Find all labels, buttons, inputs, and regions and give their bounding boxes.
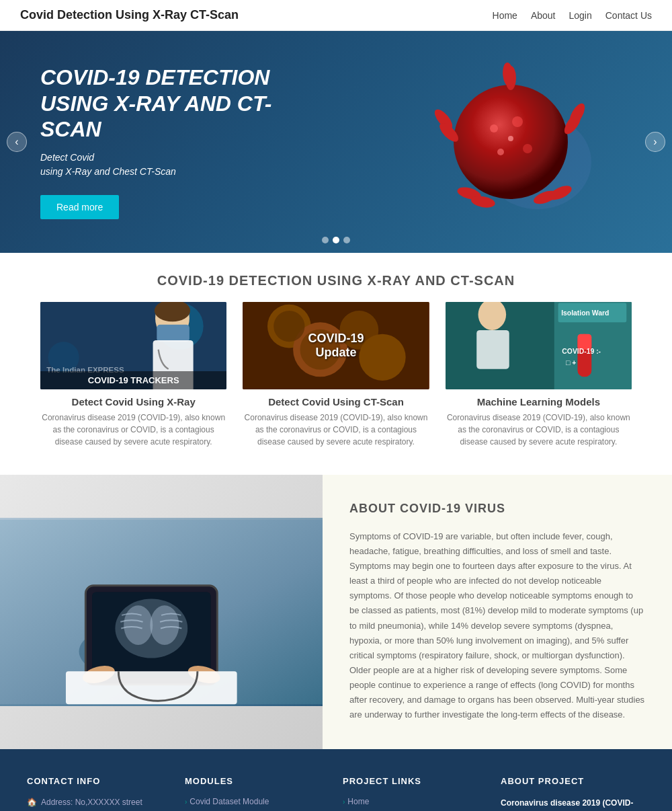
footer-contact-title: CONTACT INFO [27,776,171,786]
footer-address: 🏠 Address: No,XXXXXX street [27,797,171,808]
footer-grid: CONTACT INFO 🏠 Address: No,XXXXXX street… [0,776,672,811]
card-ctscan: COVID-19Update Detect Covid Using CT-Sca… [243,302,429,448]
nav-login[interactable]: Login [569,10,591,21]
about-image [0,475,323,749]
svg-point-48 [124,605,153,645]
card-xray-overlay: COVID-19 TRACKERS [40,371,226,389]
svg-text:COVID-19 :-: COVID-19 :- [562,348,601,355]
footer-modules-title: MODULES [185,776,329,786]
card-ctscan-image: COVID-19Update [243,302,429,389]
svg-rect-22 [157,325,190,342]
navbar: Covid Detection Using X-Ray CT-Scan Home… [0,0,672,31]
hero-prev-arrow[interactable]: ‹ [7,132,27,152]
card-xray-desc: Coronavirus disease 2019 (COVID-19), als… [40,412,226,448]
hero-subtitle: Detect Covid using X-Ray and Chest CT-Sc… [40,151,632,179]
navbar-links: Home About Login Contact Us [493,10,652,21]
footer-about-project-text: Coronavirus disease 2019 (COVID-19), als… [501,797,645,811]
card-ml-desc: Coronavirus disease 2019 (COVID-19), als… [446,412,632,448]
svg-rect-41 [476,330,509,369]
svg-point-49 [150,605,179,645]
hero-next-arrow[interactable]: › [645,132,665,152]
detection-section-title: COVID-19 DETECTION USING X-RAY AND CT-SC… [0,253,672,302]
svg-text:Isolation Ward: Isolation Ward [561,309,609,317]
footer-about-project-col: ABOUT PROJECT Coronavirus disease 2019 (… [501,776,645,811]
footer-links-col: PROJECT LINKS › Home › About Us › Contac… [343,776,487,811]
about-content: ABOUT COVID-19 VIRUS Symptoms of COVID-1… [323,475,672,749]
hero-read-more-button[interactable]: Read more [40,195,119,219]
nav-contact[interactable]: Contact Us [605,10,652,21]
home-icon: 🏠 [27,797,37,808]
about-illustration [0,518,323,706]
card-ctscan-desc: Coronavirus disease 2019 (COVID-19), als… [243,412,429,448]
chevron-icon: › [185,798,187,806]
card-xray-image: The Indian EXPRESS COVID-19 TRACKERS [40,302,226,389]
about-text: Symptoms of COVID-19 are variable, but o… [349,529,645,722]
svg-text:□ +: □ + [566,359,576,366]
footer-link-home[interactable]: › Home [343,797,487,806]
card-ml-image: Isolation Ward COVID-19 :- □ + [446,302,632,389]
about-section: ABOUT COVID-19 VIRUS Symptoms of COVID-1… [0,475,672,749]
about-heading: ABOUT COVID-19 VIRUS [349,502,645,516]
card-xray-title: Detect Covid Using X-Ray [40,396,226,408]
cards-grid: The Indian EXPRESS COVID-19 TRACKERS Det… [40,302,632,448]
footer-contact-col: CONTACT INFO 🏠 Address: No,XXXXXX street… [27,776,171,811]
hero-content: COVID-19 DETECTION USING X-RAY AND CT-SC… [0,38,672,245]
footer-modules-col: MODULES › Covid Dataset Module › User Mo… [185,776,329,811]
hero-title: COVID-19 DETECTION USING X-RAY AND CT-SC… [40,65,309,142]
footer-about-project-title: ABOUT PROJECT [501,776,645,786]
card-xray: The Indian EXPRESS COVID-19 TRACKERS Det… [40,302,226,448]
card-ml: Isolation Ward COVID-19 :- □ + Machine L… [446,302,632,448]
nav-home[interactable]: Home [493,10,517,21]
about-image-visual [0,518,323,706]
chevron-icon: › [343,798,345,806]
card-ctscan-overlay-text: COVID-19Update [308,332,364,360]
svg-point-29 [360,334,406,381]
svg-rect-52 [66,671,237,704]
hero-section: ‹ COVID-19 DETECTION USING X-RAY AND CT-… [0,31,672,253]
footer: CONTACT INFO 🏠 Address: No,XXXXXX street… [0,749,672,811]
navbar-brand: Covid Detection Using X-Ray CT-Scan [20,8,239,22]
nav-about[interactable]: About [531,10,556,21]
detection-section: COVID-19 DETECTION USING X-RAY AND CT-SC… [0,253,672,475]
ml-card-illustration: Isolation Ward COVID-19 :- □ + [446,302,632,389]
card-ml-title: Machine Learning Models [446,396,632,408]
footer-links-title: PROJECT LINKS [343,776,487,786]
card-ctscan-title: Detect Covid Using CT-Scan [243,396,429,408]
cards-section: The Indian EXPRESS COVID-19 TRACKERS Det… [0,302,672,475]
svg-point-30 [274,311,305,342]
footer-module-1[interactable]: › Covid Dataset Module [185,797,329,806]
